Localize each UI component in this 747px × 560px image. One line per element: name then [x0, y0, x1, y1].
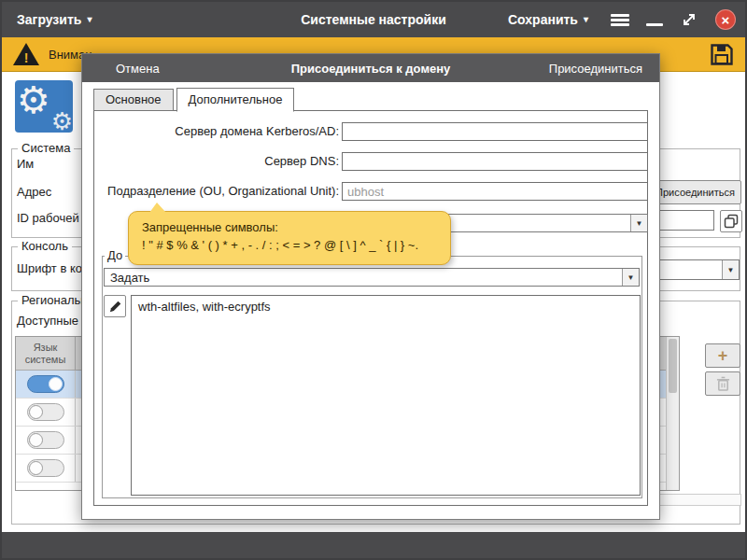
regional-legend: Региональн: [18, 293, 92, 307]
warning-icon: !: [13, 43, 39, 65]
chevron-down-icon: ▼: [722, 260, 739, 279]
options-textarea[interactable]: wth-altfiles, with-ecryptfs: [131, 295, 641, 496]
dns-server-input[interactable]: [342, 152, 648, 171]
join-domain-button[interactable]: Присоединиться: [649, 180, 741, 204]
copy-button[interactable]: [720, 210, 742, 232]
load-menu-button[interactable]: Загрузить ▾: [11, 8, 97, 31]
kerberos-server-label: Сервер домена Kerberos/AD:: [104, 122, 339, 141]
pencil-icon: [108, 300, 122, 314]
language-toggle-off[interactable]: [27, 403, 64, 421]
menu-icon[interactable]: [611, 14, 629, 26]
chevron-down-icon: ▼: [630, 215, 647, 231]
kerberos-server-input[interactable]: [342, 122, 648, 141]
fullscreen-icon[interactable]: [680, 10, 698, 29]
console-legend: Консоль: [18, 239, 72, 253]
titlebar: Загрузить ▾ Системные настройки Сохранит…: [2, 2, 745, 37]
chevron-down-icon: ▾: [584, 15, 588, 24]
gear-icon: ⚙: [17, 80, 50, 121]
cancel-button[interactable]: Отмена: [116, 62, 160, 76]
horizontal-scrollbar[interactable]: [659, 494, 741, 506]
dialog-tabs: Основное Дополнительное: [93, 88, 297, 111]
app-window: Загрузить ▾ Системные настройки Сохранит…: [0, 0, 747, 560]
mode-select[interactable]: Задать ▼: [104, 268, 640, 287]
save-menu-label: Сохранить: [508, 12, 578, 27]
address-label: Адрес: [17, 185, 51, 199]
close-button[interactable]: ×: [715, 9, 736, 30]
console-font-label: Шрифт в ко: [17, 261, 82, 275]
save-icon[interactable]: [710, 43, 734, 66]
join-domain-dialog: Отмена Присоединиться к домену Присоедин…: [81, 53, 660, 520]
forbidden-symbols-tooltip: Запрещенные символы: ! " # $ % & ' ( ) *…: [128, 211, 451, 265]
gear-icon: ⚙: [51, 107, 73, 133]
join-button[interactable]: Присоединиться: [549, 62, 642, 76]
tooltip-symbols: ! " # $ % & ' ( ) * + , - . / : ; < = > …: [142, 237, 437, 255]
language-toggle-on[interactable]: [27, 375, 64, 393]
save-menu-button[interactable]: Сохранить ▾: [502, 8, 594, 31]
tab-advanced[interactable]: Дополнительное: [176, 88, 295, 112]
trash-icon: [716, 376, 730, 392]
tab-basic[interactable]: Основное: [93, 89, 174, 111]
minimize-button[interactable]: [646, 13, 663, 26]
mode-select-value: Задать: [110, 271, 149, 285]
chevron-down-icon: ▾: [87, 15, 92, 24]
table-scrollbar[interactable]: [666, 337, 679, 490]
tab-content: Сервер домена Kerberos/AD: Сервер DNS: П…: [93, 110, 648, 506]
load-menu-label: Загрузить: [17, 12, 81, 27]
options-group-label: До: [105, 248, 125, 262]
tooltip-title: Запрещенные символы:: [142, 219, 437, 237]
footer-bar: [2, 532, 745, 558]
available-languages-label: Доступные я: [17, 314, 89, 328]
workgroup-id-label: ID рабочей: [17, 211, 79, 225]
ou-label: Подразделение (OU, Organizational Unit):: [104, 182, 339, 201]
language-toggle-off[interactable]: [27, 431, 64, 449]
edit-button[interactable]: [104, 295, 126, 317]
ou-input[interactable]: [342, 182, 648, 201]
dns-server-label: Сервер DNS:: [104, 152, 339, 171]
copy-icon: [724, 214, 739, 229]
add-language-button[interactable]: +: [705, 343, 740, 368]
chevron-down-icon: ▼: [622, 269, 639, 286]
dialog-header: Отмена Присоединиться к домену Присоедин…: [82, 54, 659, 82]
delete-language-button[interactable]: [705, 371, 740, 396]
language-toggle-off[interactable]: [27, 459, 64, 477]
computer-name-label: Им: [17, 157, 34, 171]
system-legend: Система: [18, 141, 74, 155]
system-settings-icon: ⚙ ⚙: [15, 80, 73, 133]
system-language-column-header: Язык системы: [16, 337, 76, 370]
